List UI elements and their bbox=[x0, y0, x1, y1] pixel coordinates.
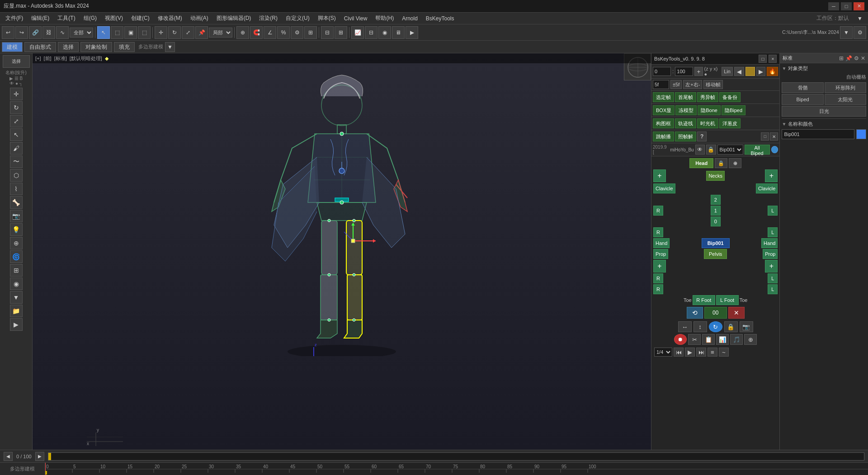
sun-btn[interactable]: 太阳光 bbox=[825, 94, 866, 105]
necks-btn[interactable]: Necks bbox=[706, 171, 725, 181]
viewport-canvas[interactable]: x z x y bbox=[33, 53, 651, 450]
playback-select[interactable]: 1/4 bbox=[654, 348, 672, 357]
timeline-track[interactable] bbox=[48, 452, 864, 461]
viewport-mode[interactable]: [标准] bbox=[54, 55, 67, 62]
bskey-close2-btn[interactable]: ✕ bbox=[770, 132, 778, 141]
freeform-mode-btn[interactable]: 自由形式 bbox=[24, 42, 56, 52]
arm-l1-btn[interactable]: L bbox=[768, 206, 778, 216]
menu-file[interactable]: 文件(F) bbox=[2, 14, 27, 23]
frame-end-input[interactable] bbox=[675, 67, 693, 76]
paint-options-btn[interactable]: ▼ bbox=[165, 42, 175, 52]
move-icon[interactable]: ✛ bbox=[10, 88, 23, 100]
menu-edit[interactable]: 编辑(E) bbox=[28, 14, 53, 23]
jumpframe-btn[interactable]: 跳帧播 bbox=[653, 132, 674, 141]
spline-icon[interactable]: 〜 bbox=[10, 155, 23, 168]
biped-create-btn[interactable]: Biped bbox=[782, 94, 823, 105]
maximize-button[interactable]: □ bbox=[841, 2, 852, 10]
select-icon[interactable]: ↖ bbox=[10, 128, 23, 141]
play-icon2[interactable]: ▶ bbox=[10, 318, 23, 331]
frame-start-input[interactable] bbox=[653, 67, 671, 76]
hide-icon[interactable]: ◉ bbox=[10, 277, 23, 290]
fill-btn[interactable]: 填充 bbox=[114, 42, 135, 52]
close-button[interactable]: ✕ bbox=[854, 2, 864, 10]
l-foot-btn[interactable]: L Foot bbox=[716, 295, 739, 305]
paste-btn[interactable]: 📊 bbox=[716, 334, 729, 345]
skeleton-btn[interactable]: 骨骼 bbox=[782, 82, 823, 93]
prop-r-btn[interactable]: Prop bbox=[763, 249, 778, 259]
viewport-plus[interactable]: [+] bbox=[35, 56, 41, 61]
select-lasso-btn[interactable]: ⬚ bbox=[138, 26, 151, 39]
menu-group[interactable]: 组(G) bbox=[80, 14, 100, 23]
hidebone-btn[interactable]: 隐Bone bbox=[698, 105, 721, 115]
plus-leg-right-btn[interactable]: + bbox=[765, 260, 778, 273]
backup-btn[interactable]: 备备份 bbox=[719, 92, 741, 102]
folder-icon[interactable]: 📁 bbox=[10, 305, 23, 317]
obj-name-input[interactable] bbox=[782, 129, 854, 139]
leg-r2-btn[interactable]: R bbox=[653, 284, 663, 294]
poly-icon[interactable]: ⬡ bbox=[10, 169, 23, 182]
props-expand-btn[interactable]: ⊞ bbox=[839, 55, 844, 61]
props-close-btn[interactable]: ✕ bbox=[861, 55, 865, 61]
layer-btn[interactable]: ⊞ bbox=[335, 26, 347, 39]
freezemodel-btn[interactable]: 冻模型 bbox=[675, 105, 697, 115]
menu-render[interactable]: 渲染(R) bbox=[255, 14, 281, 23]
paint-icon[interactable]: 🖌 bbox=[10, 142, 23, 155]
scale-btn[interactable]: ⤢ bbox=[182, 26, 194, 39]
nurbs-icon[interactable]: ⌇ bbox=[10, 183, 23, 195]
play-wave2-btn[interactable]: ~ bbox=[719, 348, 729, 357]
select-mode-dropdown[interactable]: 全部 bbox=[70, 28, 93, 38]
menu-arnold[interactable]: Arnold bbox=[398, 14, 421, 23]
bone-icon[interactable]: 🦴 bbox=[10, 196, 23, 209]
place-btn[interactable]: 📌 bbox=[195, 26, 208, 39]
menu-modifier[interactable]: 修改器(M) bbox=[154, 14, 186, 23]
pivot-btn[interactable]: ⊕ bbox=[236, 26, 249, 39]
timeline-btn[interactable]: 轨迹线 bbox=[675, 118, 696, 128]
cut-btn[interactable]: ✂ bbox=[688, 334, 701, 345]
ring-array-btn[interactable]: 环形阵列 bbox=[825, 82, 866, 93]
firstframe-btn[interactable]: 首尾帧 bbox=[675, 92, 696, 102]
workspace-btn[interactable]: ▼ bbox=[854, 14, 866, 23]
section-toggle-name[interactable]: ▼ bbox=[782, 122, 786, 127]
menu-create[interactable]: 创建(C) bbox=[127, 14, 153, 23]
allbiped-btn[interactable]: All Biped bbox=[745, 145, 770, 155]
props-pin-btn[interactable]: 📌 bbox=[845, 55, 852, 61]
arm-r1-btn[interactable]: R bbox=[653, 206, 663, 216]
pelvis-btn[interactable]: Pelvis bbox=[704, 249, 727, 259]
menu-tools[interactable]: 工具(T) bbox=[54, 14, 79, 23]
rotate-icon[interactable]: ↻ bbox=[10, 101, 23, 114]
select-box-btn[interactable]: ▣ bbox=[124, 26, 137, 39]
viewport-view[interactable]: [前] bbox=[44, 55, 52, 62]
prev-frame-btn[interactable]: ◀ bbox=[734, 67, 744, 76]
tl-next-btn[interactable]: ▶ bbox=[35, 452, 44, 461]
redo-btn[interactable]: ↪ bbox=[15, 26, 28, 39]
next-frame-btn[interactable]: ▶ bbox=[756, 67, 765, 76]
scale-icon[interactable]: ⤢ bbox=[10, 115, 23, 127]
biped-lock-btn[interactable]: 🔒 bbox=[706, 145, 716, 155]
camera-icon2[interactable]: 📷 bbox=[10, 210, 23, 222]
viewport-shade[interactable]: [默认明暗处理] bbox=[70, 55, 102, 62]
color-swatch[interactable] bbox=[856, 129, 866, 139]
motion-lock-btn2[interactable]: 🔒 bbox=[724, 321, 738, 332]
material-editor-btn[interactable]: ◉ bbox=[378, 26, 391, 39]
schematic-btn[interactable]: ⊟ bbox=[365, 26, 377, 39]
play-first-btn[interactable]: ⏮ bbox=[674, 348, 684, 357]
light-icon[interactable]: 💡 bbox=[10, 223, 23, 236]
help-btn[interactable]: ? bbox=[697, 132, 707, 141]
head-lock-btn[interactable]: 🔒 bbox=[715, 158, 727, 168]
arm-l2-btn[interactable]: L bbox=[768, 227, 778, 237]
layer-icon2[interactable]: ⊞ bbox=[10, 264, 23, 277]
yehui-btn[interactable]: 洋葱皮 bbox=[719, 118, 741, 128]
angle-snap-btn[interactable]: ∠ bbox=[264, 26, 276, 39]
bip001-center-btn[interactable]: Bip001 bbox=[702, 238, 730, 248]
spacewarp-icon[interactable]: 🌀 bbox=[10, 250, 23, 263]
props-settings2-btn[interactable]: ⚙ bbox=[854, 55, 859, 61]
bind-spacewarp[interactable]: ∿ bbox=[56, 26, 69, 39]
lr-btn[interactable]: 左+右- bbox=[683, 80, 702, 89]
motion-camera-btn[interactable]: 📷 bbox=[740, 321, 753, 332]
frame-plus-btn[interactable]: + bbox=[694, 67, 703, 76]
link-btn[interactable]: 🔗 bbox=[29, 26, 42, 39]
path-dropdown-btn[interactable]: ▼ bbox=[840, 26, 853, 39]
select-mode-btn[interactable]: 选择 bbox=[58, 42, 79, 52]
bskey-resize-btn[interactable]: □ bbox=[761, 132, 769, 141]
biped-action2-btn[interactable]: 00 bbox=[704, 307, 727, 319]
